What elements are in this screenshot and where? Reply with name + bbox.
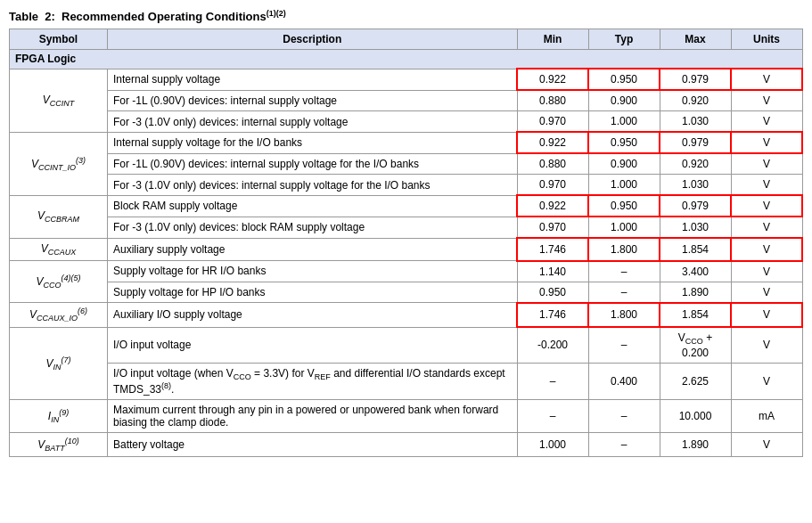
max-cell: VCCO + 0.200	[660, 327, 731, 363]
header-description: Description	[108, 29, 518, 50]
typ-cell: 1.800	[588, 303, 660, 327]
max-cell: 0.979	[660, 69, 731, 90]
symbol-cell: IIN(9)	[10, 399, 108, 432]
table-row: For -3 (1.0V only) devices: block RAM su…	[10, 217, 803, 238]
description-cell: Supply voltage for HP I/O banks	[108, 282, 518, 303]
typ-cell: –	[588, 432, 660, 456]
typ-cell: –	[588, 327, 660, 363]
min-cell: 1.746	[517, 238, 588, 260]
max-cell: 1.890	[660, 432, 731, 456]
header-symbol: Symbol	[10, 29, 108, 50]
max-cell: 3.400	[660, 261, 731, 282]
symbol-cell: VIN(7)	[10, 327, 108, 399]
max-cell: 1.854	[660, 303, 731, 327]
max-cell: 2.625	[660, 363, 731, 399]
min-cell: 0.922	[517, 195, 588, 217]
units-cell: V	[731, 238, 802, 260]
symbol-cell: VBATT(10)	[10, 432, 108, 456]
description-cell: For -3 (1.0V only) devices: block RAM su…	[108, 217, 518, 238]
max-cell: 10.000	[660, 399, 731, 432]
table-row: For -3 (1.0V only) devices: internal sup…	[10, 175, 803, 196]
description-cell: I/O input voltage	[108, 327, 518, 363]
table-title: Table 2: Recommended Operating Condition…	[9, 9, 803, 23]
units-cell: V	[731, 69, 802, 90]
table-row: I/O input voltage (when VCCO = 3.3V) for…	[10, 363, 803, 399]
symbol-cell: VCCAUX	[10, 238, 108, 260]
max-cell: 1.854	[660, 238, 731, 260]
description-cell: For -3 (1.0V only) devices: internal sup…	[108, 175, 518, 196]
table-row: VCCBRAMBlock RAM supply voltage0.9220.95…	[10, 195, 803, 217]
typ-cell: 0.900	[588, 153, 660, 175]
min-cell: 1.140	[517, 261, 588, 282]
min-cell: -0.200	[517, 327, 588, 363]
typ-cell: 1.800	[588, 238, 660, 260]
units-cell: V	[731, 217, 802, 238]
min-cell: 0.950	[517, 282, 588, 303]
units-cell: V	[731, 282, 802, 303]
units-cell: V	[731, 261, 802, 282]
description-cell: For -1L (0.90V) devices: internal supply…	[108, 90, 518, 111]
typ-cell: –	[588, 261, 660, 282]
typ-cell: 0.950	[588, 195, 660, 217]
min-cell: 0.922	[517, 132, 588, 153]
min-cell: 1.746	[517, 303, 588, 327]
units-cell: mA	[731, 399, 802, 432]
table-row: For -1L (0.90V) devices: internal supply…	[10, 153, 803, 175]
symbol-cell: VCCBRAM	[10, 195, 108, 238]
units-cell: V	[731, 132, 802, 153]
min-cell: 0.922	[517, 69, 588, 90]
max-cell: 1.030	[660, 217, 731, 238]
table-row: VBATT(10)Battery voltage1.000–1.890V	[10, 432, 803, 456]
typ-cell: 0.950	[588, 132, 660, 153]
table-row: VCCAUX_IO(6)Auxiliary I/O supply voltage…	[10, 303, 803, 327]
typ-cell: 0.400	[588, 363, 660, 399]
max-cell: 0.979	[660, 195, 731, 217]
operating-conditions-table: Symbol Description Min Typ Max Units FPG…	[9, 29, 803, 457]
symbol-cell: VCCO(4)(5)	[10, 261, 108, 303]
min-cell: –	[517, 363, 588, 399]
typ-cell: –	[588, 282, 660, 303]
header-max: Max	[660, 29, 731, 50]
header-units: Units	[731, 29, 802, 50]
header-typ: Typ	[588, 29, 660, 50]
symbol-cell: VCCAUX_IO(6)	[10, 303, 108, 327]
description-cell: Block RAM supply voltage	[108, 195, 518, 217]
min-cell: 0.970	[517, 175, 588, 196]
description-cell: Auxiliary I/O supply voltage	[108, 303, 518, 327]
min-cell: 0.970	[517, 111, 588, 133]
symbol-cell: VCCINT	[10, 69, 108, 132]
units-cell: V	[731, 175, 802, 196]
typ-cell: –	[588, 399, 660, 432]
units-cell: V	[731, 111, 802, 133]
typ-cell: 1.000	[588, 111, 660, 133]
max-cell: 0.920	[660, 90, 731, 111]
description-cell: For -1L (0.90V) devices: internal supply…	[108, 153, 518, 175]
symbol-cell: VCCINT_IO(3)	[10, 132, 108, 195]
units-cell: V	[731, 153, 802, 175]
typ-cell: 0.950	[588, 69, 660, 90]
typ-cell: 1.000	[588, 175, 660, 196]
units-cell: V	[731, 90, 802, 111]
table-row: For -1L (0.90V) devices: internal supply…	[10, 90, 803, 111]
description-cell: Internal supply voltage for the I/O bank…	[108, 132, 518, 153]
description-cell: Auxiliary supply voltage	[108, 238, 518, 260]
table-row: IIN(9)Maximum current through any pin in…	[10, 399, 803, 432]
description-cell: Internal supply voltage	[108, 69, 518, 90]
header-min: Min	[517, 29, 588, 50]
max-cell: 1.030	[660, 111, 731, 133]
min-cell: 0.880	[517, 153, 588, 175]
table-row: Supply voltage for HP I/O banks0.950–1.8…	[10, 282, 803, 303]
description-cell: Maximum current through any pin in a pow…	[108, 399, 518, 432]
description-cell: I/O input voltage (when VCCO = 3.3V) for…	[108, 363, 518, 399]
max-cell: 1.030	[660, 175, 731, 196]
table-row: For -3 (1.0V only) devices: internal sup…	[10, 111, 803, 133]
table-row: VIN(7)I/O input voltage-0.200–VCCO + 0.2…	[10, 327, 803, 363]
description-cell: For -3 (1.0V only) devices: internal sup…	[108, 111, 518, 133]
section-header-row: FPGA Logic	[10, 50, 803, 69]
section-header-cell: FPGA Logic	[10, 50, 803, 69]
units-cell: V	[731, 432, 802, 456]
table-row: VCCINTInternal supply voltage0.9220.9500…	[10, 69, 803, 90]
description-cell: Supply voltage for HR I/O banks	[108, 261, 518, 282]
table-container: Table 2: Recommended Operating Condition…	[9, 9, 803, 457]
typ-cell: 1.000	[588, 217, 660, 238]
